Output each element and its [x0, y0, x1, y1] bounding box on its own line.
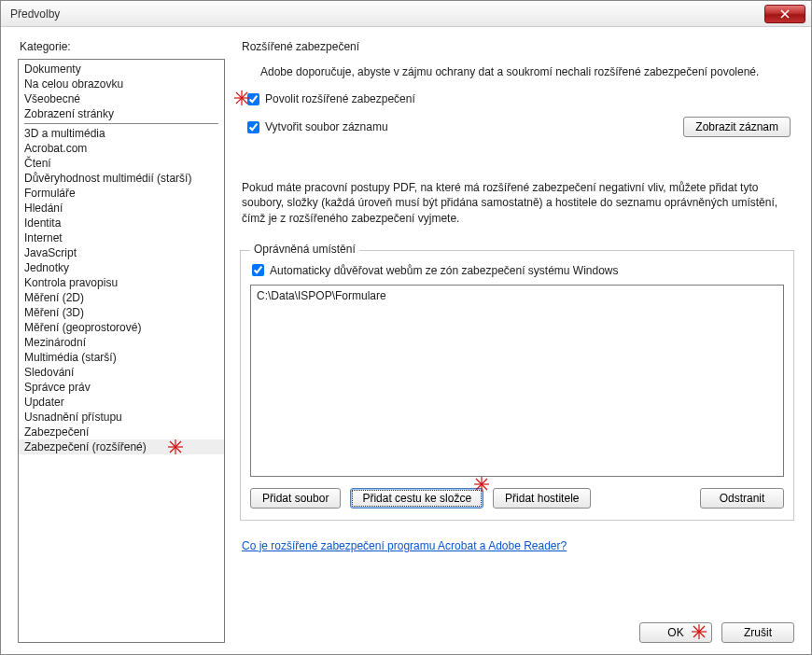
ok-button[interactable]: OK	[639, 622, 712, 643]
category-item[interactable]: Na celou obrazovku	[19, 77, 224, 91]
sidebar: Kategorie: DokumentyNa celou obrazovkuVš…	[18, 40, 225, 643]
settings-panel: Rozšířené zabezpečení Adobe doporučuje, …	[240, 40, 794, 643]
svg-line-7	[236, 92, 247, 104]
svg-line-3	[170, 441, 181, 453]
whitelist-intro: Pokud máte pracovní postupy PDF, na kter…	[242, 180, 792, 226]
category-item[interactable]: Všeobecné	[19, 91, 224, 106]
window-close-button[interactable]	[764, 5, 805, 23]
category-item[interactable]: Formuláře	[19, 186, 224, 201]
highlight-star-icon	[168, 439, 183, 454]
enable-enhanced-security-input[interactable]	[247, 93, 259, 105]
category-item[interactable]: JavaScript	[19, 245, 224, 260]
show-log-button[interactable]: Zobrazit záznam	[683, 117, 791, 137]
enable-enhanced-security-checkbox[interactable]: Povolit rozšířené zabezpečení	[247, 92, 415, 105]
category-item[interactable]: Updater	[19, 395, 224, 410]
category-item[interactable]: Zabezpečení	[19, 425, 224, 439]
location-entry[interactable]: C:\Data\ISPOP\Formulare	[257, 289, 777, 303]
trust-windows-zones-input[interactable]	[252, 264, 264, 276]
trust-windows-zones-label: Automaticky důvěřovat webům ze zón zabez…	[270, 264, 619, 277]
privileged-locations-fieldset: Oprávněná umístění Automaticky důvěřovat…	[240, 250, 794, 521]
category-item[interactable]: Sledování	[19, 365, 224, 380]
locations-listbox[interactable]: C:\Data\ISPOP\Formulare	[250, 285, 784, 477]
add-folder-button[interactable]: Přidat cestu ke složce	[350, 488, 483, 509]
category-item[interactable]: 3D a multimédia	[19, 126, 224, 141]
fieldset-legend: Oprávněná umístění	[250, 243, 359, 256]
trust-windows-zones-checkbox[interactable]: Automaticky důvěřovat webům ze zón zabez…	[252, 264, 619, 277]
create-log-checkbox[interactable]: Vytvořit soubor záznamu	[247, 120, 388, 133]
category-separator	[24, 123, 218, 124]
add-host-button[interactable]: Přidat hostitele	[493, 488, 591, 509]
category-item[interactable]: Internet	[19, 230, 224, 245]
location-buttons-row: Přidat soubor Přidat cestu ke složce Při…	[250, 488, 784, 509]
category-item[interactable]: Zobrazení stránky	[19, 106, 224, 121]
svg-line-2	[170, 441, 181, 453]
category-item[interactable]: Měření (3D)	[19, 305, 224, 320]
category-item[interactable]: Dokumenty	[19, 62, 224, 77]
category-item[interactable]: Čtení	[19, 156, 224, 171]
window-title: Předvolby	[10, 7, 60, 21]
panel-heading: Rozšířené zabezpečení	[242, 40, 794, 53]
category-item[interactable]: Měření (geoprostorové)	[19, 320, 224, 335]
category-item[interactable]: Kontrola pravopisu	[19, 275, 224, 290]
category-list[interactable]: DokumentyNa celou obrazovkuVšeobecnéZobr…	[18, 59, 225, 643]
create-log-input[interactable]	[247, 121, 259, 133]
category-item[interactable]: Zabezpečení (rozšířené)	[19, 439, 224, 454]
cancel-button[interactable]: Zrušit	[721, 622, 794, 643]
category-item[interactable]: Hledání	[19, 201, 224, 216]
category-item[interactable]: Acrobat.com	[19, 141, 224, 156]
category-item[interactable]: Usnadnění přístupu	[19, 410, 224, 425]
category-item[interactable]: Identita	[19, 216, 224, 230]
category-item[interactable]: Měření (2D)	[19, 290, 224, 305]
panel-intro: Adobe doporučuje, abyste v zájmu ochrany…	[260, 64, 792, 79]
enable-enhanced-security-label: Povolit rozšířené zabezpečení	[265, 92, 415, 105]
sidebar-heading: Kategorie:	[20, 40, 225, 53]
category-item[interactable]: Správce práv	[19, 380, 224, 395]
remove-button[interactable]: Odstranit	[700, 488, 784, 509]
dialog-footer: OK Zrušit	[240, 606, 794, 643]
svg-line-6	[236, 92, 247, 104]
dialog-body: Kategorie: DokumentyNa celou obrazovkuVš…	[1, 27, 811, 654]
category-item[interactable]: Důvěryhodnost multimédií (starší)	[19, 171, 224, 186]
help-link[interactable]: Co je rozšířené zabezpečení programu Acr…	[242, 539, 794, 552]
category-item[interactable]: Mezinárodní	[19, 335, 224, 350]
category-item[interactable]: Multimédia (starší)	[19, 350, 224, 365]
create-log-label: Vytvořit soubor záznamu	[265, 120, 388, 133]
close-icon	[780, 9, 790, 19]
add-file-button[interactable]: Přidat soubor	[250, 488, 341, 509]
category-item[interactable]: Jednotky	[19, 260, 224, 275]
titlebar: Předvolby	[1, 1, 811, 27]
